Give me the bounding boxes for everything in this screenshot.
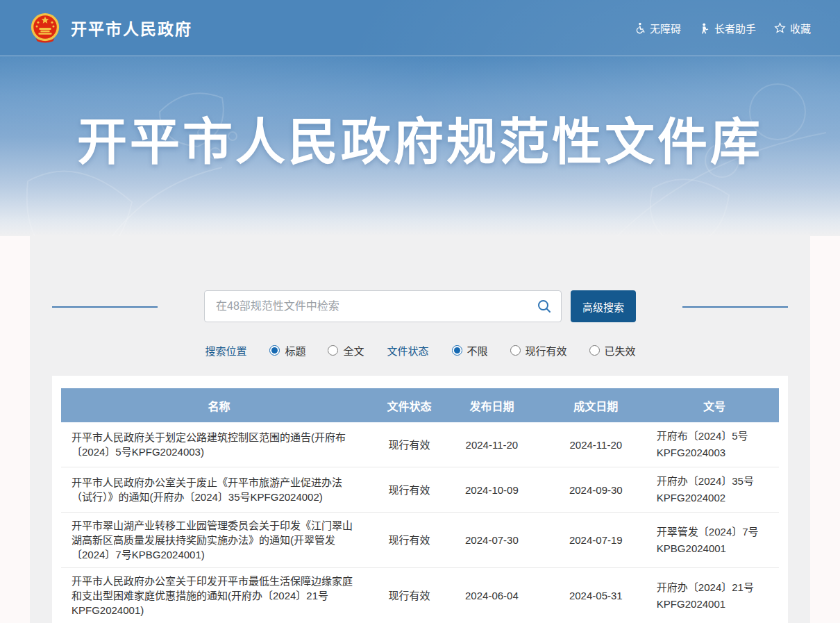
favorite-label: 收藏 (790, 21, 811, 35)
document-title-link[interactable]: 开平市翠山湖产业转移工业园管理委员会关于印发《江门翠山湖高新区高质量发展扶持奖励… (61, 513, 377, 568)
advanced-search-button[interactable]: 高级搜索 (571, 290, 636, 322)
doc-number-line1: 开府办〔2024〕35号 (657, 473, 775, 490)
file-status-label: 文件状态 (387, 343, 428, 358)
column-header-publish-date: 发布日期 (442, 388, 542, 422)
search-icon[interactable] (536, 298, 553, 315)
document-status: 现行有效 (377, 513, 442, 568)
publish-date: 2024-11-20 (442, 422, 542, 467)
column-header-written-date: 成文日期 (542, 388, 650, 422)
radio-unlimited-label: 不限 (467, 343, 488, 358)
elder-icon (699, 22, 710, 34)
radio-unlimited[interactable]: 不限 (452, 343, 488, 358)
page-title: 开平市人民政府规范性文件库 (0, 56, 840, 174)
table-row: 开平市人民政府关于划定公路建筑控制区范围的通告(开府布〔2024〕5号KPFG2… (61, 422, 779, 467)
documents-table-panel: 名称 文件状态 发布日期 成文日期 文号 开平市人民政府关于划定公路建筑控制区范… (52, 376, 788, 623)
search-options-row: 搜索位置 标题 全文 文件状态 不限 现行有效 已失效 (30, 343, 810, 358)
doc-number-line2: KPBG2024001 (657, 540, 775, 557)
radio-fulltext[interactable]: 全文 (328, 343, 364, 358)
doc-number: 开府办〔2024〕21号 KPFG2024001 (650, 568, 779, 623)
radio-fulltext-label: 全文 (343, 343, 364, 358)
radio-title[interactable]: 标题 (269, 343, 305, 358)
radio-unlimited-input[interactable] (452, 345, 462, 356)
table-row: 开平市翠山湖产业转移工业园管理委员会关于印发《江门翠山湖高新区高质量发展扶持奖励… (61, 513, 779, 568)
document-title-link[interactable]: 开平市人民政府办公室关于印发开平市最低生活保障边缘家庭和支出型困难家庭优惠措施的… (61, 568, 377, 623)
document-title-link[interactable]: 开平市人民政府关于划定公路建筑控制区范围的通告(开府布〔2024〕5号KPFG2… (61, 422, 377, 467)
radio-expired-input[interactable] (589, 345, 600, 356)
doc-number-line1: 开府办〔2024〕21号 (657, 579, 775, 596)
radio-expired[interactable]: 已失效 (589, 343, 636, 358)
doc-number-line2: KPFG2024002 (657, 490, 775, 506)
table-row: 开平市人民政府办公室关于废止《开平市旅游产业促进办法（试行）》的通知(开府办〔2… (61, 467, 779, 513)
document-title-link[interactable]: 开平市人民政府办公室关于废止《开平市旅游产业促进办法（试行）》的通知(开府办〔2… (61, 467, 377, 513)
content-container: 高级搜索 搜索位置 标题 全文 文件状态 不限 现行有效 已失效 (30, 236, 810, 623)
written-date: 2024-09-30 (542, 467, 650, 513)
doc-number-line1: 开翠管发〔2024〕7号 (657, 524, 775, 540)
written-date: 2024-11-20 (542, 422, 650, 467)
publish-date: 2024-07-30 (442, 513, 542, 568)
doc-number-line2: KPFG2024001 (657, 596, 775, 613)
elder-assistant-label: 长者助手 (714, 21, 756, 35)
radio-title-input[interactable] (269, 345, 280, 356)
doc-number-line1: 开府布〔2024〕5号 (657, 428, 775, 445)
search-position-label: 搜索位置 (205, 343, 246, 358)
star-icon (774, 22, 786, 34)
publish-date: 2024-10-09 (442, 467, 542, 513)
column-header-name: 名称 (61, 388, 377, 422)
doc-number: 开府办〔2024〕35号 KPFG2024002 (650, 467, 779, 513)
document-status: 现行有效 (377, 568, 442, 623)
document-status: 现行有效 (377, 467, 442, 513)
site-brand[interactable]: 开平市人民政府 (29, 12, 192, 44)
accessibility-link[interactable]: 无障碍 (634, 21, 681, 35)
radio-effective-label: 现行有效 (526, 343, 567, 358)
page-banner: 开平市人民政府规范性文件库 (0, 56, 840, 236)
doc-number-line2: KPFG2024003 (657, 445, 775, 461)
radio-title-label: 标题 (285, 343, 305, 358)
document-status: 现行有效 (377, 422, 442, 467)
elder-assistant-link[interactable]: 长者助手 (699, 21, 756, 35)
documents-table: 名称 文件状态 发布日期 成文日期 文号 开平市人民政府关于划定公路建筑控制区范… (61, 388, 779, 623)
written-date: 2024-05-31 (542, 568, 650, 623)
wheelchair-icon (634, 22, 646, 34)
table-header-row: 名称 文件状态 发布日期 成文日期 文号 (61, 388, 779, 422)
site-title: 开平市人民政府 (71, 16, 192, 40)
doc-number: 开府布〔2024〕5号 KPFG2024003 (650, 422, 779, 467)
left-divider-line (52, 306, 158, 308)
search-box (204, 290, 562, 322)
publish-date: 2024-06-04 (442, 568, 542, 623)
column-header-doc-number: 文号 (650, 388, 779, 422)
top-header-bar: 开平市人民政府 无障碍 长者助手 收藏 (0, 0, 840, 56)
radio-fulltext-input[interactable] (328, 345, 338, 356)
doc-number: 开翠管发〔2024〕7号 KPBG2024001 (650, 513, 779, 568)
favorite-link[interactable]: 收藏 (774, 21, 811, 35)
radio-effective-input[interactable] (510, 345, 521, 356)
radio-expired-label: 已失效 (605, 343, 636, 358)
search-section: 高级搜索 (30, 290, 810, 322)
column-header-status: 文件状态 (377, 388, 442, 422)
written-date: 2024-07-19 (542, 513, 650, 568)
national-emblem-logo (29, 12, 61, 44)
top-utility-links: 无障碍 长者助手 收藏 (634, 21, 811, 35)
right-divider-line (682, 306, 788, 308)
radio-effective[interactable]: 现行有效 (510, 343, 567, 358)
accessibility-label: 无障碍 (650, 21, 681, 35)
search-input[interactable] (204, 290, 562, 322)
table-row: 开平市人民政府办公室关于印发开平市最低生活保障边缘家庭和支出型困难家庭优惠措施的… (61, 568, 779, 623)
